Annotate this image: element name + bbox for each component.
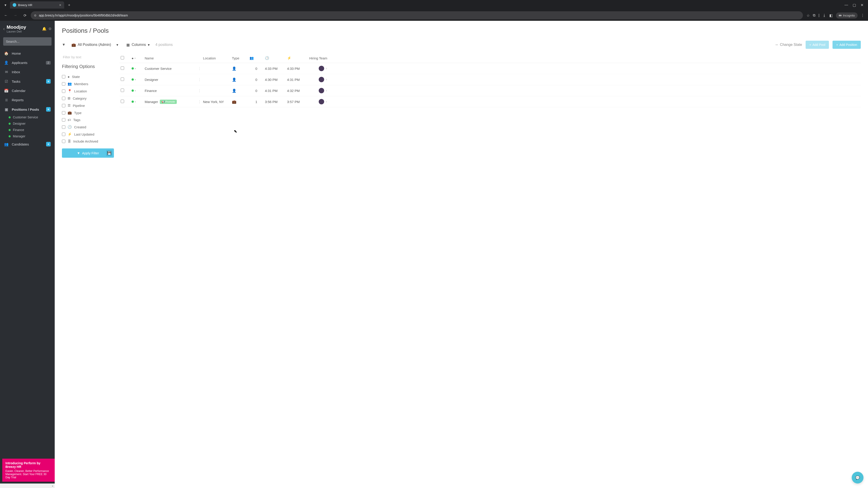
avatar[interactable] xyxy=(319,77,324,82)
filter-location[interactable]: 📍Location xyxy=(62,88,114,95)
row-updated: 4:32 PM xyxy=(287,89,307,93)
minimize-icon[interactable]: — xyxy=(844,3,848,7)
filter-text-input[interactable] xyxy=(62,53,114,61)
save-filter-icon[interactable]: 💾 xyxy=(106,150,112,156)
sidebar-back-icon[interactable]: ‹ xyxy=(3,26,5,32)
filter-toggle-icon[interactable]: ▼ xyxy=(62,43,66,47)
add-team-member-icon[interactable]: + xyxy=(326,67,327,70)
nav-calendar[interactable]: 📅 Calendar xyxy=(0,86,55,95)
nav-candidates[interactable]: 👥 Candidates + xyxy=(0,139,55,149)
address-bar[interactable]: ⚙ app.breezy.hr/app/c/moodjoy/positions/… xyxy=(31,11,803,20)
add-position-button[interactable]: + Add Position xyxy=(833,41,861,49)
promo-banner[interactable]: Introducing Perform by Breezy HR Easier,… xyxy=(2,459,55,482)
add-pool-button[interactable]: + Add Pool xyxy=(806,41,829,49)
apply-filter-button[interactable]: ▼ Apply Filter 💾 xyxy=(62,149,114,158)
nav-positions[interactable]: ▣ Positions / Pools + xyxy=(0,105,55,114)
menu-icon[interactable]: ⋮ xyxy=(861,13,864,18)
maximize-icon[interactable]: ▢ xyxy=(852,3,856,7)
row-checkbox[interactable] xyxy=(121,89,124,92)
sidepanel-icon[interactable]: ◧ xyxy=(829,13,833,18)
state-column-header[interactable]: ● ▾ xyxy=(131,56,143,60)
notifications-icon[interactable]: 🔔 xyxy=(42,27,46,31)
nav-tasks[interactable]: ☑ Tasks + xyxy=(0,76,55,86)
chat-widget[interactable]: 💬 xyxy=(852,472,864,484)
filter-created[interactable]: 🕒Created xyxy=(62,123,114,131)
filter-updated[interactable]: ⚡Last Updated xyxy=(62,131,114,138)
positions-scope-dropdown[interactable]: 💼 All Positions (Admin) ▾ xyxy=(69,41,121,48)
table-row[interactable]: ▾ Finance ⋮ 👤 0 4:31 PM 4:32 PM + xyxy=(119,85,861,96)
nav-applicants[interactable]: 👤 Applicants 2 xyxy=(0,58,55,67)
add-team-member-icon[interactable]: + xyxy=(326,100,327,103)
applicants-badge: 2 xyxy=(46,61,51,65)
add-task-button[interactable]: + xyxy=(46,79,51,84)
row-menu-icon[interactable]: ⋮ xyxy=(198,89,201,93)
reload-button[interactable]: ⟳ xyxy=(21,12,29,19)
row-menu-icon[interactable]: ⋮ xyxy=(198,66,201,70)
downloads-icon[interactable]: ⭳ xyxy=(823,13,826,18)
members-column-icon[interactable]: 👥 xyxy=(250,56,263,60)
horizontal-scrollbar[interactable]: ▸ xyxy=(0,484,55,488)
filter-category[interactable]: ⊞Category xyxy=(62,95,114,102)
person-icon: 👤 xyxy=(4,61,8,65)
search-input[interactable]: Search... xyxy=(3,37,52,46)
extensions-icon[interactable]: ⧉ xyxy=(813,13,815,18)
position-sub-manager[interactable]: Manager xyxy=(0,133,55,139)
avatar[interactable] xyxy=(319,99,324,104)
row-state[interactable]: ▾ xyxy=(131,67,143,70)
row-menu-icon[interactable]: ⋮ xyxy=(198,100,201,104)
type-column-header[interactable]: Type xyxy=(232,56,248,60)
table-row[interactable]: ▾ Designer ⋮ 👤 0 4:30 PM 4:31 PM + xyxy=(119,74,861,85)
updated-column-icon[interactable]: ⚡ xyxy=(287,56,307,60)
nav-home[interactable]: 🏠 Home xyxy=(0,49,55,58)
created-column-icon[interactable]: 🕒 xyxy=(265,56,285,60)
row-checkbox[interactable] xyxy=(121,77,124,81)
browser-tab[interactable]: Breezy HR ✕ xyxy=(10,1,64,8)
row-state[interactable]: ▾ xyxy=(131,101,143,103)
nav-inbox[interactable]: ✉ Inbox xyxy=(0,67,55,76)
funnel-icon: ▼ xyxy=(77,151,80,155)
row-menu-icon[interactable]: ⋮ xyxy=(198,77,201,82)
filter-state[interactable]: ●State xyxy=(62,73,114,80)
select-all-checkbox[interactable] xyxy=(121,56,124,59)
change-state-button[interactable]: ↔ Change State xyxy=(775,43,802,47)
tab-list-dropdown[interactable]: ▾ xyxy=(2,1,9,8)
filter-type[interactable]: 💼Type xyxy=(62,109,114,116)
row-state[interactable]: ▾ xyxy=(131,78,143,81)
incognito-badge[interactable]: 🕶 Incognito xyxy=(836,12,858,19)
location-column-header[interactable]: Location xyxy=(203,56,230,60)
filter-pipeline[interactable]: ☰Pipeline xyxy=(62,102,114,109)
avatar[interactable] xyxy=(319,66,324,71)
promote-badge[interactable]: 📢 Promote xyxy=(160,100,177,104)
name-column-header[interactable]: Name xyxy=(145,56,201,60)
steps-icon: ☰ xyxy=(68,103,70,107)
site-info-icon[interactable]: ⚙ xyxy=(34,14,37,17)
bookmark-icon[interactable]: ☆ xyxy=(807,13,810,18)
position-sub-designer[interactable]: Designer xyxy=(0,121,55,127)
add-position-sidebar-button[interactable]: + xyxy=(46,107,51,111)
add-team-member-icon[interactable]: + xyxy=(326,78,327,81)
filter-archived[interactable]: 🗄Include Archived xyxy=(62,138,114,145)
filter-members[interactable]: 👥Members xyxy=(62,80,114,88)
table-row[interactable]: ▾ Manager 📢 Promote ⋮ New York, NY 💼 1 3… xyxy=(119,96,861,107)
row-state[interactable]: ▾ xyxy=(131,90,143,92)
avatar[interactable] xyxy=(319,88,324,93)
row-checkbox[interactable] xyxy=(121,100,124,103)
close-tab-icon[interactable]: ✕ xyxy=(59,3,61,7)
back-button[interactable]: ← xyxy=(2,12,9,19)
close-window-icon[interactable]: ✕ xyxy=(861,3,864,7)
add-team-member-icon[interactable]: + xyxy=(326,89,327,92)
row-checkbox[interactable] xyxy=(121,66,124,70)
forward-button[interactable]: → xyxy=(12,12,19,19)
hiring-team-column-header[interactable]: Hiring Team xyxy=(309,56,327,60)
favicon xyxy=(13,3,16,7)
add-candidate-button[interactable]: + xyxy=(46,142,51,147)
row-created: 4:31 PM xyxy=(265,89,285,93)
new-tab-button[interactable]: ＋ xyxy=(66,2,72,8)
filter-tags[interactable]: 🏷Tags xyxy=(62,116,114,123)
table-row[interactable]: ▾ Customer Service ⋮ 👤 0 4:33 PM 4:33 PM… xyxy=(119,63,861,74)
position-sub-finance[interactable]: Finance xyxy=(0,127,55,133)
settings-icon[interactable]: ⚙ xyxy=(49,27,52,31)
nav-reports[interactable]: ≣ Reports xyxy=(0,95,55,105)
position-sub-customer-service[interactable]: Customer Service xyxy=(0,114,55,121)
columns-dropdown[interactable]: ▦ Columns ▾ xyxy=(124,41,152,48)
